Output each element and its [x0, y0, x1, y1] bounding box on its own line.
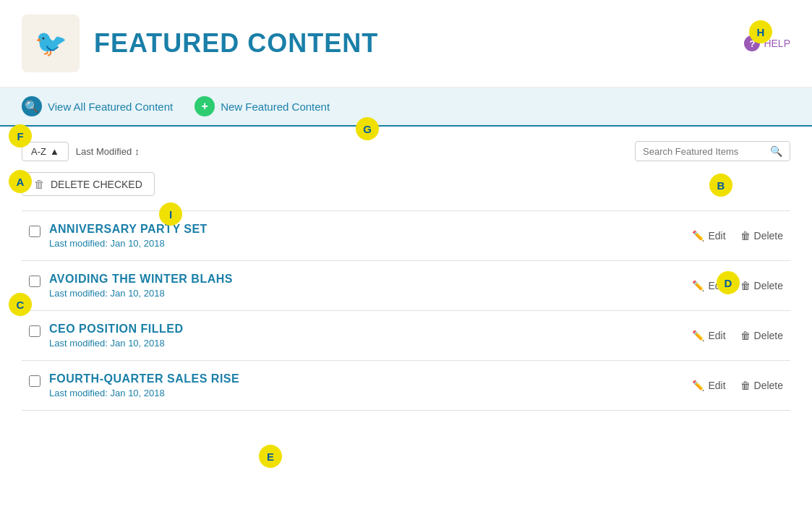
list-item-actions-4: ✏️ Edit 🗑 Delete: [692, 380, 783, 391]
edit-label-4: Edit: [708, 380, 725, 391]
search-input[interactable]: [643, 146, 766, 157]
list-item-actions-2: ✏️ Edit 🗑 Delete: [692, 280, 783, 291]
filters-row: A-Z ▲ Last Modified ↕ 🔍: [22, 141, 790, 161]
item-title-3: CEO POSITION FILLED: [49, 323, 184, 336]
edit-label-1: Edit: [708, 230, 725, 242]
sort-az-arrow-icon: ▲: [50, 146, 59, 157]
delete-trash-icon-2: 🗑: [740, 280, 751, 291]
logo-box: 🐦: [22, 14, 80, 72]
edit-button-4[interactable]: ✏️ Edit: [692, 380, 725, 391]
item-checkbox-3[interactable]: [29, 325, 40, 337]
delete-button-2[interactable]: 🗑 Delete: [740, 280, 783, 291]
help-label: HELP: [764, 38, 790, 49]
help-button[interactable]: ? HELP: [744, 35, 790, 51]
last-modified-arrow-icon: ↕: [134, 146, 140, 157]
item-modified-4: Last modified: Jan 10, 2018: [49, 388, 239, 398]
list-item-left: AVOIDING THE WINTER BLAHS Last modified:…: [29, 273, 233, 299]
sort-az-button[interactable]: A-Z ▲: [22, 142, 69, 161]
item-checkbox-4[interactable]: [29, 375, 40, 387]
new-featured-label: New Featured Content: [221, 101, 330, 113]
delete-checked-button[interactable]: 🗑 DELETE CHECKED: [22, 172, 155, 196]
delete-button-1[interactable]: 🗑 Delete: [740, 230, 783, 242]
help-circle-icon: ?: [744, 35, 760, 51]
delete-trash-icon-4: 🗑: [740, 380, 751, 391]
list-item-actions-1: ✏️ Edit 🗑 Delete: [692, 230, 783, 242]
item-modified-1: Last modified: Jan 10, 2018: [49, 238, 208, 249]
items-list: ANNIVERSARY PARTY SET Last modified: Jan…: [22, 210, 790, 411]
filters-left: A-Z ▲ Last Modified ↕: [22, 142, 140, 161]
delete-label-3: Delete: [754, 330, 783, 341]
edit-pencil-icon-3: ✏️: [692, 330, 704, 341]
delete-checked-label: DELETE CHECKED: [51, 179, 142, 190]
edit-pencil-icon-4: ✏️: [692, 380, 704, 391]
list-item-left: FOURTH-QUARTER SALES RISE Last modified:…: [29, 372, 239, 398]
view-all-label: View All Featured Content: [48, 101, 173, 113]
delete-trash-icon-1: 🗑: [740, 230, 751, 242]
delete-label-1: Delete: [754, 230, 783, 242]
item-checkbox-1[interactable]: [29, 226, 40, 237]
delete-button-4[interactable]: 🗑 Delete: [740, 380, 783, 391]
edit-label-2: Edit: [708, 280, 725, 291]
trash-icon: 🗑: [34, 178, 45, 190]
edit-pencil-icon-1: ✏️: [692, 230, 704, 242]
sort-az-label: A-Z: [31, 146, 46, 157]
list-item-left: CEO POSITION FILLED Last modified: Jan 1…: [29, 323, 184, 349]
delete-label-2: Delete: [754, 280, 783, 291]
item-checkbox-2[interactable]: [29, 276, 40, 287]
item-title-2: AVOIDING THE WINTER BLAHS: [49, 273, 233, 286]
page-header: 🐦 FEATURED CONTENT ? HELP: [0, 0, 812, 88]
item-title-4: FOURTH-QUARTER SALES RISE: [49, 372, 239, 385]
list-item: FOURTH-QUARTER SALES RISE Last modified:…: [22, 361, 790, 411]
item-info-1: ANNIVERSARY PARTY SET Last modified: Jan…: [49, 223, 208, 249]
item-modified-3: Last modified: Jan 10, 2018: [49, 338, 184, 349]
view-all-search-icon: 🔍: [22, 96, 42, 116]
last-modified-button[interactable]: Last Modified ↕: [76, 146, 140, 157]
list-item: CEO POSITION FILLED Last modified: Jan 1…: [22, 311, 790, 361]
list-item-left: ANNIVERSARY PARTY SET Last modified: Jan…: [29, 223, 208, 249]
edit-button-2[interactable]: ✏️ Edit: [692, 280, 725, 291]
toolbar: 🔍 View All Featured Content + New Featur…: [0, 88, 812, 127]
delete-button-3[interactable]: 🗑 Delete: [740, 330, 783, 341]
search-icon[interactable]: 🔍: [770, 145, 782, 157]
search-box: 🔍: [635, 141, 790, 161]
edit-button-1[interactable]: ✏️ Edit: [692, 230, 725, 242]
item-modified-2: Last modified: Jan 10, 2018: [49, 288, 233, 299]
page-title: FEATURED CONTENT: [94, 28, 378, 59]
edit-label-3: Edit: [708, 330, 725, 341]
logo-bird-icon: 🐦: [35, 28, 67, 59]
edit-button-3[interactable]: ✏️ Edit: [692, 330, 725, 341]
new-featured-button[interactable]: + New Featured Content: [195, 96, 330, 116]
list-item-actions-3: ✏️ Edit 🗑 Delete: [692, 330, 783, 341]
item-title-1: ANNIVERSARY PARTY SET: [49, 223, 208, 236]
list-item: ANNIVERSARY PARTY SET Last modified: Jan…: [22, 211, 790, 261]
view-all-button[interactable]: 🔍 View All Featured Content: [22, 96, 173, 116]
item-info-4: FOURTH-QUARTER SALES RISE Last modified:…: [49, 372, 239, 398]
delete-label-4: Delete: [754, 380, 783, 391]
new-featured-plus-icon: +: [195, 96, 215, 116]
edit-pencil-icon-2: ✏️: [692, 280, 704, 291]
list-item: AVOIDING THE WINTER BLAHS Last modified:…: [22, 261, 790, 311]
item-info-3: CEO POSITION FILLED Last modified: Jan 1…: [49, 323, 184, 349]
actions-row: 🗑 DELETE CHECKED: [22, 172, 790, 196]
last-modified-label: Last Modified: [76, 146, 132, 157]
content-area: A-Z ▲ Last Modified ↕ 🔍 🗑 DELETE CHECKED: [0, 127, 812, 425]
delete-trash-icon-3: 🗑: [740, 330, 751, 341]
item-info-2: AVOIDING THE WINTER BLAHS Last modified:…: [49, 273, 233, 299]
